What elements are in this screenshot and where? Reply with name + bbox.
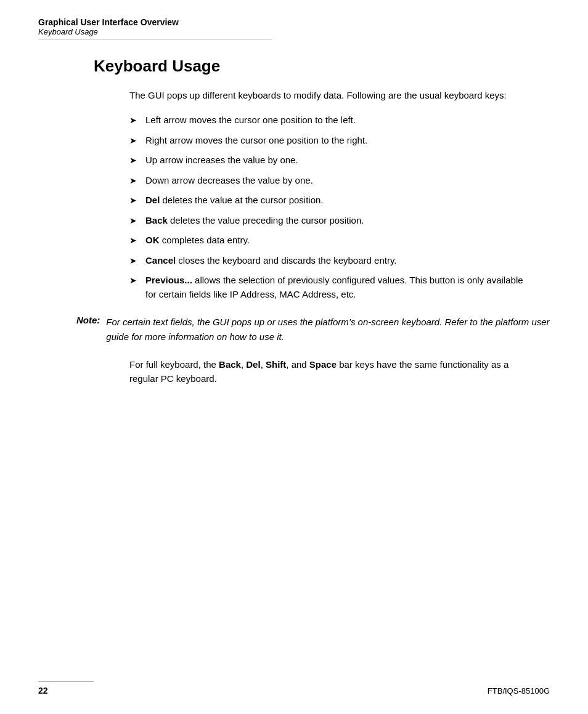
footer-line <box>38 681 94 682</box>
footer-paragraph-area: For full keyboard, the Back, Del, Shift,… <box>129 357 525 386</box>
footer-paragraph: For full keyboard, the Back, Del, Shift,… <box>129 357 525 386</box>
content-area: The GUI pops up different keyboards to m… <box>129 88 525 301</box>
bullet-text: OK completes data entry. <box>145 233 525 248</box>
list-item: ➤ Down arrow decreases the value by one. <box>129 174 525 188</box>
bullet-text: Up arrow increases the value by one. <box>145 153 525 168</box>
bullet-text: Cancel closes the keyboard and discards … <box>145 254 525 268</box>
note-text: For certain text fields, the GUI pops up… <box>106 315 550 344</box>
footer-doc-number: FTB/IQS-85100G <box>488 686 550 696</box>
bullet-text: Left arrow moves the cursor one position… <box>145 113 525 128</box>
list-item: ➤ Left arrow moves the cursor one positi… <box>129 113 525 128</box>
list-item: ➤ Back deletes the value preceding the c… <box>129 214 525 228</box>
bullet-arrow-icon: ➤ <box>129 274 137 287</box>
intro-paragraph: The GUI pops up different keyboards to m… <box>129 88 525 102</box>
list-item: ➤ Up arrow increases the value by one. <box>129 153 525 168</box>
list-item: ➤ Cancel closes the keyboard and discard… <box>129 254 525 268</box>
bullet-arrow-icon: ➤ <box>129 214 137 227</box>
bullet-text: Previous... allows the selection of prev… <box>145 274 525 301</box>
bullet-arrow-icon: ➤ <box>129 154 137 167</box>
header-section: Graphical User Interface Overview Keyboa… <box>38 17 550 39</box>
bullet-text: Right arrow moves the cursor one positio… <box>145 134 525 148</box>
note-section: Note: For certain text fields, the GUI p… <box>76 315 550 344</box>
bullet-arrow-icon: ➤ <box>129 254 137 267</box>
page-heading: Keyboard Usage <box>94 57 550 76</box>
bullet-text: Del deletes the value at the cursor posi… <box>145 193 525 208</box>
list-item: ➤ Right arrow moves the cursor one posit… <box>129 134 525 148</box>
bullet-arrow-icon: ➤ <box>129 194 137 207</box>
page-footer: 22 FTB/IQS-85100G <box>0 686 588 696</box>
bullet-text: Down arrow decreases the value by one. <box>145 174 525 188</box>
header-title: Graphical User Interface Overview <box>38 17 550 27</box>
header-divider <box>38 39 272 39</box>
footer-page-number: 22 <box>38 686 48 696</box>
list-item: ➤ OK completes data entry. <box>129 233 525 248</box>
bullet-arrow-icon: ➤ <box>129 234 137 247</box>
note-label: Note: <box>76 315 100 325</box>
bullet-arrow-icon: ➤ <box>129 174 137 187</box>
header-subtitle: Keyboard Usage <box>38 27 550 36</box>
list-item: ➤ Previous... allows the selection of pr… <box>129 274 525 301</box>
bullet-text: Back deletes the value preceding the cur… <box>145 214 525 228</box>
list-item: ➤ Del deletes the value at the cursor po… <box>129 193 525 208</box>
bullet-arrow-icon: ➤ <box>129 114 137 127</box>
bullet-list: ➤ Left arrow moves the cursor one positi… <box>129 113 525 301</box>
page-container: Graphical User Interface Overview Keyboa… <box>0 0 588 714</box>
bullet-arrow-icon: ➤ <box>129 134 137 147</box>
